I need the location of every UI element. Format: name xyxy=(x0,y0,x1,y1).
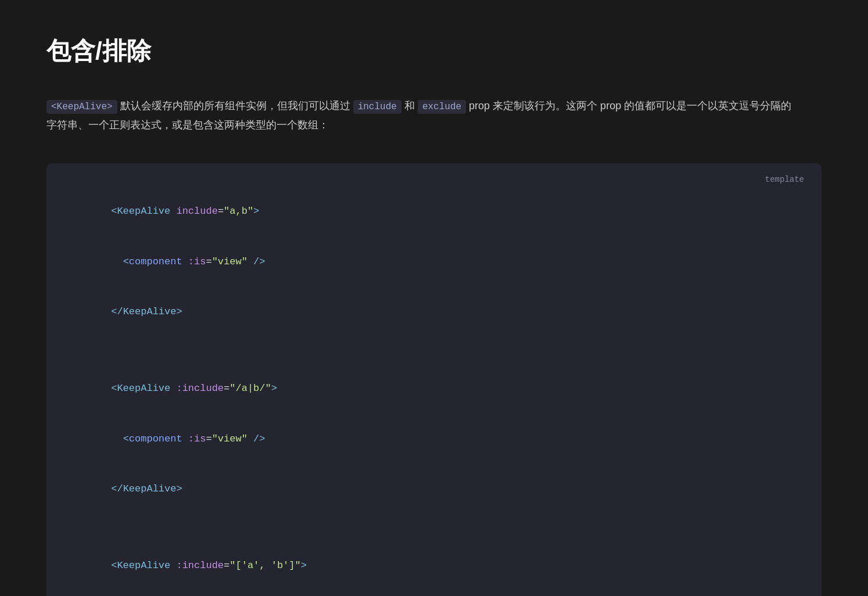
include-inline-code: include xyxy=(353,100,401,114)
page-title: 包含/排除 xyxy=(46,35,822,67)
code-block: template <KeepAlive include="a,b"> <comp… xyxy=(46,163,822,596)
exclude-inline-code: exclude xyxy=(418,100,466,114)
code-line-3-2: <component :is="view" /> xyxy=(76,591,792,596)
code-section-1: <KeepAlive include="a,b"> <component :is… xyxy=(76,186,792,338)
code-block-label: template xyxy=(765,175,804,184)
keepalive-inline-tag: <KeepAlive> xyxy=(46,100,117,114)
code-line-3-1: <KeepAlive :include="['a', 'b']"> xyxy=(76,541,792,591)
desc-part1: 默认会缓存内部的所有组件实例，但我们可以通过 xyxy=(117,100,353,112)
code-line-2-2: <component :is="view" /> xyxy=(76,414,792,465)
desc-part2: 和 xyxy=(401,100,418,112)
description-text: <KeepAlive> 默认会缓存内部的所有组件实例，但我们可以通过 inclu… xyxy=(46,96,802,134)
code-line-2-1: <KeepAlive :include="/a|b/"> xyxy=(76,364,792,414)
code-section-2: <KeepAlive :include="/a|b/"> <component … xyxy=(76,364,792,515)
code-line-1-3: </KeepAlive> xyxy=(76,288,792,338)
code-section-3: <KeepAlive :include="['a', 'b']"> <compo… xyxy=(76,541,792,596)
code-line-2-3: </KeepAlive> xyxy=(76,465,792,515)
code-line-1-2: <component :is="view" /> xyxy=(76,237,792,288)
code-line-1-1: <KeepAlive include="a,b"> xyxy=(76,186,792,237)
